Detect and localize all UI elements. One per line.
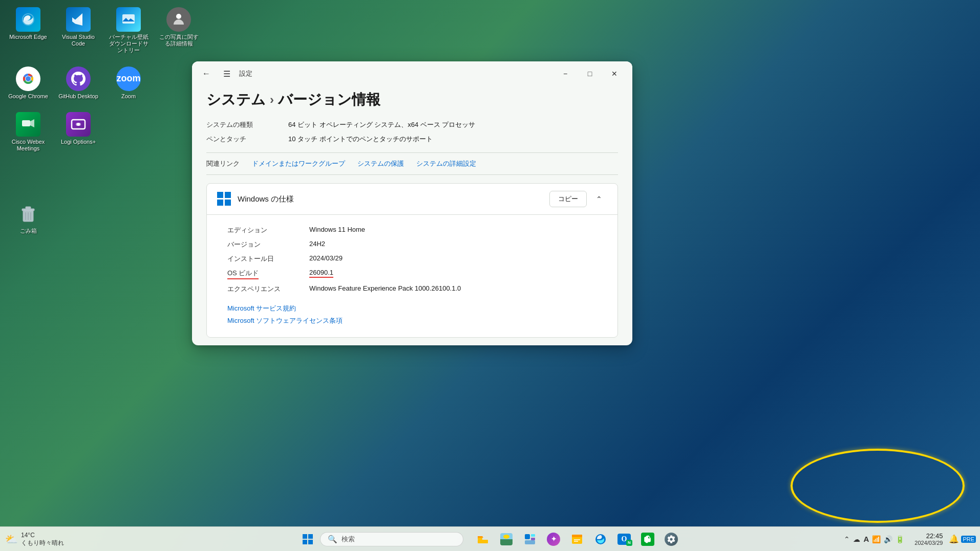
taskbar-evernote[interactable] [636, 528, 659, 550]
svg-rect-0 [122, 14, 135, 24]
pen-touch-value: 10 タッチ ポイントでのペンとタッチのサポート [288, 135, 433, 144]
desktop-icon-zoom[interactable]: zoom Zoom [105, 64, 152, 102]
desktop-icon-photo-info[interactable]: この写真に関する詳細情報 [156, 5, 202, 56]
edition-label: エディション [227, 226, 309, 235]
os-build-label: OS ビルド [227, 269, 309, 279]
spec-row-version: バージョン 24H2 [227, 237, 597, 252]
weather-widget[interactable]: ⛅ 14°C くもり時々晴れ [0, 530, 69, 548]
tray-battery[interactable]: 🔋 [896, 535, 904, 543]
specs-body: エディション Windows 11 Home バージョン 24H2 インストール… [207, 215, 617, 337]
taskbar-widgets[interactable] [519, 528, 541, 550]
vscode-icon [66, 7, 91, 32]
experience-label: エクスペリエンス [227, 284, 309, 294]
ms-links-area: Microsoft サービス規約 Microsoft ソフトウェアライセンス条項 [227, 302, 597, 327]
taskbar-outlook[interactable]: O N [613, 528, 635, 550]
desktop-icon-edge[interactable]: Microsoft Edge [5, 5, 51, 56]
os-build-value: 26090.1 [309, 269, 333, 279]
taskbar: ⛅ 14°C くもり時々晴れ 🔍 検索 [0, 526, 980, 551]
minimize-button[interactable]: − [553, 65, 577, 82]
svg-rect-23 [525, 534, 530, 539]
taskbar-files[interactable] [566, 528, 588, 550]
maximize-button[interactable]: □ [578, 65, 602, 82]
system-type-label: システムの種類 [206, 120, 288, 129]
svg-rect-20 [308, 540, 313, 544]
chrome-icon [16, 67, 40, 91]
desktop-icon-logi[interactable]: Logi Options+ [55, 110, 101, 154]
webex-label: Cisco Webex Meetings [7, 139, 49, 152]
svg-rect-25 [531, 538, 535, 540]
svg-rect-6 [22, 120, 30, 126]
system-info-table: システムの種類 64 ビット オペレーティング システム、x64 ベース プロセ… [206, 118, 618, 146]
taskbar-file-explorer[interactable] [472, 528, 494, 550]
desktop-icon-vbg[interactable]: バーチャル壁紙ダウンロードサントリー [105, 5, 152, 56]
vbg-label: バーチャル壁紙ダウンロードサントリー [108, 34, 150, 54]
weather-temp: 14°C [21, 532, 64, 539]
specs-title: Windows の仕様 [238, 194, 294, 204]
tray-pre-badge[interactable]: PRE [961, 536, 976, 543]
window-title: 設定 [239, 69, 252, 78]
start-button[interactable] [297, 529, 318, 549]
ms-service-terms-link[interactable]: Microsoft サービス規約 [227, 302, 597, 315]
breadcrumb-separator: › [270, 93, 274, 107]
taskbar-scenic-app[interactable] [495, 528, 518, 550]
zoom-icon: zoom [116, 67, 141, 91]
taskbar-edge[interactable] [589, 528, 612, 550]
clock-time: 22:45 [914, 532, 943, 540]
domain-workgroup-link[interactable]: ドメインまたはワークグループ [252, 159, 345, 168]
taskbar-center: 🔍 検索 ✦ [297, 528, 683, 550]
related-links-label: 関連リンク [206, 159, 240, 168]
window-content: システム › バージョン情報 システムの種類 64 ビット オペレーティング シ… [192, 86, 632, 345]
collapse-button[interactable]: ⌃ [591, 191, 607, 207]
desktop-icon-vscode[interactable]: Visual Studio Code [55, 5, 101, 56]
tray-wifi[interactable]: 📶 [872, 535, 881, 543]
svg-rect-18 [308, 534, 313, 539]
clock[interactable]: 22:45 2024/03/29 [910, 530, 947, 548]
svg-rect-28 [572, 535, 582, 537]
svg-rect-19 [303, 540, 307, 544]
taskbar-copilot[interactable]: ✦ [542, 528, 565, 550]
desktop-icon-webex[interactable]: Cisco Webex Meetings [5, 110, 51, 154]
window-controls: − □ ✕ [553, 65, 626, 82]
pen-touch-label: ペンとタッチ [206, 135, 288, 144]
search-bar[interactable]: 🔍 検索 [320, 532, 463, 546]
chrome-label: Google Chrome [8, 93, 48, 100]
taskbar-right: ⌃ ☁ A 📶 🔊 🔋 22:45 2024/03/29 🔔 PRE [840, 530, 980, 548]
tray-onedrive[interactable]: ☁ [853, 535, 860, 543]
tray-chevron[interactable]: ⌃ [844, 535, 850, 543]
weather-icon: ⛅ [5, 533, 18, 545]
svg-rect-26 [525, 540, 535, 544]
system-type-value: 64 ビット オペレーティング システム、x64 ベース プロセッサ [288, 120, 475, 129]
back-button[interactable]: ← [198, 65, 215, 82]
copy-button[interactable]: コピー [549, 191, 587, 207]
edition-value: Windows 11 Home [309, 226, 365, 235]
hamburger-button[interactable]: ☰ [219, 65, 235, 82]
github-icon [66, 67, 91, 91]
specs-header: Windows の仕様 コピー ⌃ [207, 184, 617, 215]
windows-logo [217, 192, 231, 206]
github-label: GitHub Desktop [58, 93, 98, 100]
edge-label: Microsoft Edge [9, 34, 47, 40]
ms-license-terms-link[interactable]: Microsoft ソフトウェアライセンス条項 [227, 315, 597, 327]
photo-info-icon [166, 7, 191, 32]
vbg-icon [116, 7, 141, 32]
close-button[interactable]: ✕ [603, 65, 626, 82]
system-tray: ⌃ ☁ A 📶 🔊 🔋 [840, 533, 908, 545]
desktop-icon-chrome[interactable]: Google Chrome [5, 64, 51, 102]
system-advanced-link[interactable]: システムの詳細設定 [416, 159, 476, 168]
svg-rect-12 [22, 209, 34, 211]
tray-notification[interactable]: 🔔 [949, 534, 959, 544]
tray-font[interactable]: A [863, 535, 869, 543]
logi-label: Logi Options+ [61, 139, 96, 145]
svg-rect-24 [531, 534, 535, 537]
desktop-icon-trash[interactable]: ごみ箱 [5, 199, 51, 236]
install-date-value: 2024/03/29 [309, 254, 343, 263]
taskbar-settings[interactable] [660, 528, 683, 550]
zoom-label: Zoom [121, 93, 136, 100]
desktop-icon-github[interactable]: GitHub Desktop [55, 64, 101, 102]
breadcrumb-current: バージョン情報 [278, 90, 380, 109]
trash-label: ごみ箱 [20, 228, 37, 234]
photo-info-label: この写真に関する詳細情報 [158, 34, 200, 47]
tray-volume[interactable]: 🔊 [884, 535, 892, 543]
svg-rect-22 [478, 540, 488, 543]
system-protection-link[interactable]: システムの保護 [357, 159, 404, 168]
